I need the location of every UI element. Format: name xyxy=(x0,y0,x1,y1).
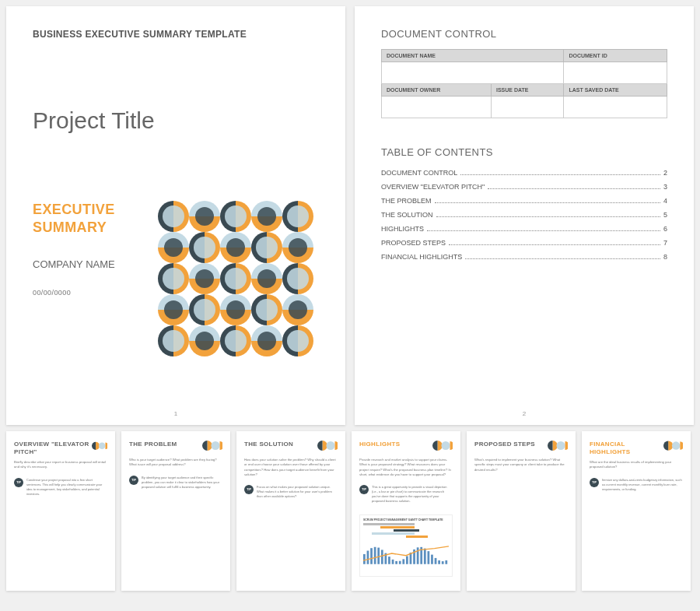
toc-label: OVERVIEW "ELEVATOR PITCH" xyxy=(381,183,485,191)
thumbnail-page: THE PROBLEMWho is your target audience? … xyxy=(121,431,230,591)
pattern-logo-icon xyxy=(548,441,568,453)
thumb-title: THE PROBLEM xyxy=(129,441,177,448)
toc-leader-dots xyxy=(427,226,660,231)
toc-item: HIGHLIGHTS6 xyxy=(381,225,667,233)
toc-label: DOCUMENT CONTROL xyxy=(381,169,457,177)
svg-rect-17 xyxy=(381,550,383,564)
svg-rect-23 xyxy=(402,560,404,564)
thumb-title: OVERVIEW "ELEVATOR PITCH" xyxy=(14,441,92,455)
gantt-chart-preview: SCRUM PROJECT MANAGEMENT GANTT CHART TEM… xyxy=(359,514,453,577)
page-cover: BUSINESS EXECUTIVE SUMMARY TEMPLATE Proj… xyxy=(6,6,345,425)
thumb-title: PROPOSED STEPS xyxy=(474,441,535,448)
svg-rect-22 xyxy=(399,561,401,564)
tip-badge-icon: TIP xyxy=(590,478,599,487)
toc-item: PROPOSED STEPS7 xyxy=(381,239,667,247)
svg-rect-29 xyxy=(424,549,426,564)
svg-rect-15 xyxy=(374,547,376,564)
page-doc-control: DOCUMENT CONTROL DOCUMENT NAME DOCUMENT … xyxy=(355,6,694,425)
thumbnail-row: OVERVIEW "ELEVATOR PITCH"Briefly describ… xyxy=(0,431,700,599)
tip-badge-icon: TIP xyxy=(129,476,138,485)
svg-rect-27 xyxy=(417,548,419,564)
gantt-caption: SCRUM PROJECT MANAGEMENT GANTT CHART TEM… xyxy=(363,518,449,521)
thumb-title: THE SOLUTION xyxy=(244,441,293,448)
tip-badge-icon: TIP xyxy=(359,485,369,494)
svg-rect-31 xyxy=(431,555,433,564)
toc-page-number: 6 xyxy=(663,225,667,233)
thumbnail-page: PROPOSED STEPSWhat's required to impleme… xyxy=(467,431,576,591)
thumb-tip-text: This is a great opportunity to provide a… xyxy=(372,485,453,504)
toc-label: THE PROBLEM xyxy=(381,197,432,205)
toc-page-number: 4 xyxy=(663,197,667,205)
thumb-lead-text: What are the ideal business results of i… xyxy=(590,460,683,470)
toc-item: THE PROBLEM4 xyxy=(381,197,667,205)
toc-label: HIGHLIGHTS xyxy=(381,225,424,233)
tip-badge-icon: TIP xyxy=(14,478,23,487)
thumb-title: HIGHLIGHTS xyxy=(359,441,400,448)
svg-point-9 xyxy=(327,441,335,450)
toc-page-number: 2 xyxy=(663,169,667,177)
svg-rect-21 xyxy=(395,561,397,564)
toc-item: FINANCIAL HIGHLIGHTS8 xyxy=(381,253,667,261)
svg-rect-16 xyxy=(377,548,380,564)
svg-rect-33 xyxy=(438,560,440,564)
toc-leader-dots xyxy=(488,184,660,189)
svg-rect-13 xyxy=(367,551,369,564)
thumbnail-page: FINANCIAL HIGHLIGHTSWhat are the ideal b… xyxy=(582,431,691,591)
toc-page-number: 8 xyxy=(663,253,667,261)
cover-pattern-graphic xyxy=(158,201,313,356)
svg-point-37 xyxy=(557,441,565,450)
project-title: Project Title xyxy=(33,107,319,134)
thumb-tip-text: Condense your project proposal into a fe… xyxy=(26,478,107,497)
thumb-tip-text: By identifying your target audience and … xyxy=(142,476,222,490)
toc-page-number: 5 xyxy=(663,211,667,219)
th-doc-id: DOCUMENT ID xyxy=(564,50,667,62)
svg-point-7 xyxy=(212,441,220,450)
pattern-logo-icon xyxy=(317,441,338,453)
svg-rect-30 xyxy=(428,551,430,564)
thumbnail-page: HIGHLIGHTSProvide research and market an… xyxy=(352,431,460,591)
toc-leader-dots xyxy=(435,198,660,203)
toc-page-number: 3 xyxy=(663,183,667,191)
toc-heading: TABLE OF CONTENTS xyxy=(381,146,667,158)
svg-rect-32 xyxy=(435,558,437,564)
document-control-table: DOCUMENT NAME DOCUMENT ID DOCUMENT OWNER… xyxy=(381,49,667,118)
thumb-lead-text: Briefly describe what your report or bus… xyxy=(14,460,107,470)
svg-point-5 xyxy=(99,443,106,450)
svg-rect-12 xyxy=(363,554,366,564)
svg-rect-14 xyxy=(370,548,373,564)
toc-item: OVERVIEW "ELEVATOR PITCH"3 xyxy=(381,183,667,191)
thumbnail-page: OVERVIEW "ELEVATOR PITCH"Briefly describ… xyxy=(6,431,115,591)
company-name: COMPANY NAME xyxy=(33,258,145,272)
thumb-title: FINANCIAL HIGHLIGHTS xyxy=(590,441,663,455)
toc-label: PROPOSED STEPS xyxy=(381,239,446,247)
svg-rect-19 xyxy=(388,557,390,564)
thumb-lead-text: Provide research and market analysis to … xyxy=(359,458,453,477)
pattern-logo-icon xyxy=(202,441,222,453)
toc-list: DOCUMENT CONTROL2OVERVIEW "ELEVATOR PITC… xyxy=(381,169,667,261)
toc-page-number: 7 xyxy=(663,239,667,247)
tip-badge-icon: TIP xyxy=(244,485,254,494)
toc-label: THE SOLUTION xyxy=(381,211,433,219)
thumb-tip-text: Itemize any dollars-and-cents budgetary … xyxy=(602,478,683,492)
thumb-tip-text: Focus on what makes your proposed soluti… xyxy=(257,485,338,499)
toc-item: DOCUMENT CONTROL2 xyxy=(381,169,667,177)
toc-item: THE SOLUTION5 xyxy=(381,211,667,219)
svg-rect-35 xyxy=(445,560,447,564)
document-control-heading: DOCUMENT CONTROL xyxy=(381,28,667,40)
svg-rect-24 xyxy=(406,557,408,564)
thumb-lead-text: How does your solution solve the problem… xyxy=(244,458,338,477)
thumb-lead-text: Who is your target audience? What proble… xyxy=(129,458,222,468)
th-doc-owner: DOCUMENT OWNER xyxy=(382,84,492,97)
pattern-logo-icon xyxy=(432,441,453,453)
thumbnail-page: THE SOLUTIONHow does your solution solve… xyxy=(236,431,345,591)
svg-point-39 xyxy=(672,441,680,449)
thumb-lead-text: What's required to implement your busine… xyxy=(474,458,568,472)
svg-rect-34 xyxy=(442,561,444,564)
pattern-logo-icon xyxy=(92,441,107,453)
template-header: BUSINESS EXECUTIVE SUMMARY TEMPLATE xyxy=(33,28,319,40)
page-number: 2 xyxy=(355,410,694,417)
toc-leader-dots xyxy=(465,255,660,259)
executive-summary-label: EXECUTIVE SUMMARY xyxy=(33,201,145,236)
toc-label: FINANCIAL HIGHLIGHTS xyxy=(381,253,462,261)
page-number: 1 xyxy=(6,410,345,417)
